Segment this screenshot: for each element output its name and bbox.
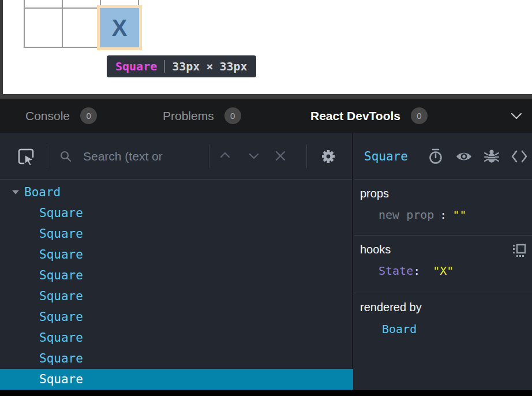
props-section: props new prop : "" <box>354 180 532 236</box>
highlighted-square-cell[interactable]: X <box>100 8 139 47</box>
tooltip-component-name: Square <box>115 59 157 73</box>
chevron-up-icon[interactable] <box>220 151 230 158</box>
gear-icon[interactable] <box>320 148 337 165</box>
component-details-pane: Square <box>354 133 532 390</box>
details-toolbar: Square <box>354 133 532 180</box>
browser-page: X Square 33px × 33px <box>0 0 532 94</box>
react-devtools-panel: Board Square Square Square Square Square… <box>0 133 532 390</box>
devtools-top-separator[interactable] <box>0 94 532 99</box>
components-tree-pane: Board Square Square Square Square Square… <box>0 133 353 390</box>
devtools-bottom-edge <box>0 390 532 396</box>
new-prop-value[interactable]: "" <box>452 208 466 222</box>
state-hook-key: State <box>379 264 413 278</box>
expand-triangle-icon[interactable] <box>12 189 20 195</box>
rendered-by-section: rendered by Board <box>354 293 532 390</box>
tree-toolbar <box>0 133 352 180</box>
search-icon <box>59 150 72 163</box>
props-title: props <box>360 187 526 200</box>
chevron-down-icon[interactable] <box>510 111 523 121</box>
tooltip-width: 33px <box>172 59 200 73</box>
tree-item-square[interactable]: Square <box>0 203 353 223</box>
tooltip-divider <box>164 60 165 73</box>
toolbar-divider <box>209 144 209 168</box>
tree-item-square-selected[interactable]: Square <box>0 369 353 390</box>
parse-hooks-icon[interactable] <box>512 243 526 258</box>
devtools-tab-bar: Console 0 Problems 0 React DevTools 0 <box>0 99 532 133</box>
search-input[interactable] <box>83 147 205 166</box>
toolbar-divider <box>306 144 307 168</box>
tree-item-square[interactable]: Square <box>0 223 353 244</box>
new-prop-key[interactable]: new prop <box>379 208 434 222</box>
close-icon[interactable] <box>275 150 286 162</box>
rendered-by-board-link[interactable]: Board <box>360 322 526 336</box>
tooltip-times: × <box>206 59 213 73</box>
inspect-element-icon[interactable] <box>17 147 35 166</box>
square-cell-value: X <box>112 15 128 41</box>
eye-icon[interactable] <box>455 148 473 165</box>
tree-item-board[interactable]: Board <box>0 182 353 203</box>
chevron-down-icon[interactable] <box>249 153 259 160</box>
bug-icon[interactable] <box>483 148 500 165</box>
tree-item-square[interactable]: Square <box>0 265 353 286</box>
stopwatch-icon[interactable] <box>427 148 444 165</box>
new-prop-row[interactable]: new prop : "" <box>360 208 526 222</box>
tab-console[interactable]: Console 0 <box>25 99 97 133</box>
element-size-tooltip: Square 33px × 33px <box>107 55 256 77</box>
hooks-title: hooks <box>360 243 526 256</box>
tree-item-square[interactable]: Square <box>0 307 353 327</box>
toolbar-divider <box>47 144 47 168</box>
tree-item-square[interactable]: Square <box>0 348 353 369</box>
tab-react-devtools[interactable]: React DevTools 0 <box>310 99 428 133</box>
tree-item-square[interactable]: Square <box>0 327 353 348</box>
tree-item-square[interactable]: Square <box>0 286 353 307</box>
component-tree: Board Square Square Square Square Square… <box>0 180 353 390</box>
selected-component-title: Square <box>364 133 408 180</box>
tooltip-height: 33px <box>219 59 247 73</box>
code-brackets-icon[interactable] <box>511 148 528 165</box>
tree-item-square[interactable]: Square <box>0 244 353 265</box>
page-left-border <box>0 0 3 94</box>
state-hook-value[interactable]: "X" <box>433 264 454 278</box>
react-devtools-count-badge: 0 <box>411 107 428 124</box>
problems-count-badge: 0 <box>224 107 241 124</box>
rendered-by-title: rendered by <box>360 301 526 314</box>
hooks-section: hooks State: "X" <box>354 236 532 293</box>
console-count-badge: 0 <box>80 107 97 124</box>
state-hook-row[interactable]: State: "X" <box>360 264 526 278</box>
tab-problems[interactable]: Problems 0 <box>163 99 241 133</box>
